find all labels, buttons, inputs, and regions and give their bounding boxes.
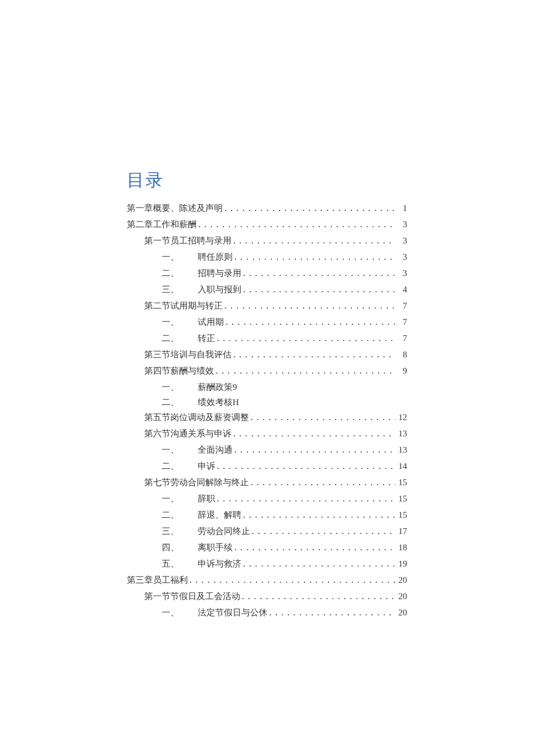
toc-entry: 第二节试用期与转正7 (127, 298, 407, 314)
toc-entry: 第七节劳动合同解除与终止15 (127, 475, 407, 491)
toc-entry-number: 第三节 (144, 347, 170, 362)
toc-leader-dots (224, 316, 395, 331)
toc-entry: 第一节员工招聘与录用3 (127, 233, 407, 249)
toc-entry: 一、全面沟通13 (127, 442, 407, 458)
toc-entry-label: 薪酬与绩效 (170, 363, 214, 378)
toc-entry-label: 离职手续 (198, 540, 233, 555)
toc-leader-dots (231, 234, 395, 249)
toc-entry-number: 三、 (162, 282, 198, 297)
toc-entry: 第一节节假日及工会活动20 (127, 589, 407, 605)
toc-list: 第一章概要、陈述及声明1第二章工作和薪酬3第一节员工招聘与录用3一、聘任原则3二… (127, 200, 407, 621)
toc-entry-label: 辞职 (198, 491, 215, 506)
toc-leader-dots (241, 557, 395, 572)
toc-entry-label: 聘任原则 (198, 249, 233, 264)
toc-leader-dots (231, 427, 395, 442)
toc-entry-number: 第五节 (144, 410, 170, 425)
toc-entry-label: 沟通关系与申诉 (170, 426, 231, 441)
toc-entry: 一、试用期7 (127, 314, 407, 331)
toc-entry-number: 二、 (162, 507, 198, 522)
toc-leader-dots (241, 267, 395, 282)
toc-entry: 第三章员工福利20 (127, 572, 407, 589)
toc-entry-number: 二、 (162, 266, 198, 281)
toc-entry-page: 18 (395, 540, 407, 555)
toc-leader-dots (215, 492, 395, 507)
toc-entry-label: 入职与报到 (198, 282, 241, 297)
toc-entry-number: 四、 (162, 540, 198, 555)
toc-entry-label: 第二节试用期与转正 (144, 298, 223, 313)
toc-entry: 第二章工作和薪酬3 (127, 217, 407, 233)
toc-leader-dots (223, 202, 395, 217)
toc-entry: 一、聘任原则3 (127, 249, 407, 266)
toc-entry-number: 二、 (162, 458, 198, 474)
toc-leader-dots (250, 525, 395, 540)
toc-entry: 四、离职手续18 (127, 540, 407, 556)
toc-leader-dots (233, 541, 395, 556)
toc-entry-page: 7 (395, 298, 407, 313)
toc-title: 目录 (127, 169, 407, 192)
toc-entry-page: 3 (395, 233, 407, 248)
toc-entry: 二、绩效考核H (127, 395, 407, 410)
toc-entry-label: 第一节员工招聘与录用 (144, 233, 231, 248)
toc-entry-page: 15 (395, 491, 407, 506)
toc-entry-page: 19 (395, 556, 407, 571)
toc-entry-number: 二、 (162, 331, 198, 346)
toc-entry-page: 17 (395, 524, 407, 539)
toc-leader-dots (215, 332, 395, 347)
toc-entry-number: 二、 (162, 395, 198, 410)
toc-entry: 一、法定节假日与公休20 (127, 605, 407, 621)
toc-entry-page: H (233, 395, 239, 410)
toc-entry-label: 培训与自我评估 (170, 347, 231, 362)
toc-entry-page: 7 (395, 314, 407, 329)
toc-entry-page: 1 (395, 200, 407, 216)
toc-entry: 第一章概要、陈述及声明1 (127, 200, 407, 217)
toc-entry-label: 全面沟通 (198, 442, 233, 457)
toc-entry-label: 申诉 (198, 458, 215, 474)
toc-entry-number: 一、 (162, 605, 198, 620)
toc-leader-dots (241, 283, 395, 298)
toc-entry-label: 第一章概要、陈述及声明 (127, 200, 223, 216)
toc-entry: 三、入职与报到4 (127, 282, 407, 298)
toc-entry: 三、劳动合同终止17 (127, 524, 407, 540)
toc-leader-dots (233, 250, 395, 266)
toc-entry-page: 9 (395, 363, 407, 378)
toc-entry-label: 转正 (198, 331, 215, 346)
toc-entry: 第六节沟通关系与申诉13 (127, 426, 407, 442)
toc-leader-dots (188, 574, 395, 589)
toc-entry-number: 一、 (162, 314, 198, 329)
toc-entry: 五、申诉与救济19 (127, 556, 407, 572)
toc-leader-dots (214, 364, 395, 379)
toc-leader-dots (223, 299, 395, 314)
toc-entry: 第三节培训与自我评估8 (127, 347, 407, 363)
toc-leader-dots (249, 476, 395, 491)
toc-entry-page: 20 (395, 572, 407, 587)
toc-entry-page: 15 (395, 507, 407, 522)
toc-entry-number: 一、 (162, 379, 198, 395)
document-page: 目录 第一章概要、陈述及声明1第二章工作和薪酬3第一节员工招聘与录用3一、聘任原… (0, 0, 535, 756)
toc-entry-page: 3 (395, 266, 407, 281)
toc-entry-label: 绩效考核 (198, 395, 233, 410)
toc-entry: 二、招聘与录用3 (127, 266, 407, 282)
toc-entry-label: 劳动合同解除与终止 (170, 475, 249, 490)
toc-entry-page: 13 (395, 426, 407, 441)
toc-entry-label: 第二章工作和薪酬 (127, 217, 197, 232)
toc-entry-page: 12 (395, 410, 407, 425)
toc-leader-dots (215, 460, 395, 475)
toc-leader-dots (231, 348, 395, 363)
toc-entry-page: 15 (395, 475, 407, 490)
toc-entry: 二、转正7 (127, 331, 407, 347)
toc-entry-page: 3 (395, 217, 407, 232)
toc-entry-page: 3 (395, 249, 407, 264)
toc-entry-label: 岗位调动及薪资调整 (170, 410, 249, 425)
toc-entry-page: 7 (395, 331, 407, 346)
toc-entry-label: 劳动合同终止 (198, 524, 250, 539)
toc-entry-label: 薪酬政策 (198, 379, 233, 395)
toc-entry-page: 20 (395, 605, 407, 620)
toc-leader-dots (249, 411, 395, 426)
toc-entry-number: 五、 (162, 556, 198, 571)
toc-entry-number: 一、 (162, 491, 198, 506)
toc-entry-page: 8 (395, 347, 407, 362)
toc-entry-page: 9 (233, 379, 237, 395)
toc-entry-page: 14 (395, 458, 407, 474)
toc-entry: 第四节薪酬与绩效9 (127, 363, 407, 379)
toc-entry-label: 法定节假日与公休 (198, 605, 268, 620)
